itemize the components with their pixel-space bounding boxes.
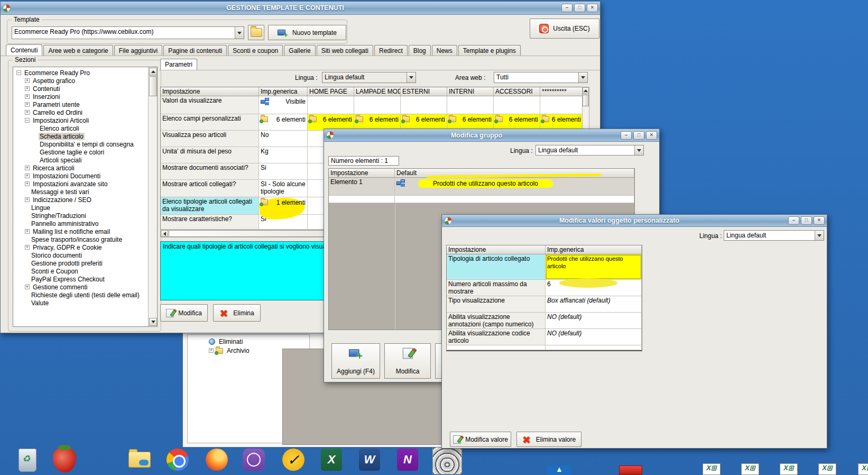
tree-item[interactable]: Valute xyxy=(14,299,147,307)
maximize-icon[interactable] xyxy=(574,4,585,12)
valori-row-value[interactable]: Box affiancati (default) xyxy=(546,296,642,312)
tree-item[interactable]: PayPal Express Checkout xyxy=(14,275,147,283)
tree-item[interactable]: Articoli speciali xyxy=(14,156,147,164)
expand-plus-icon[interactable]: + xyxy=(25,173,30,178)
grid-cell[interactable]: 6 elementi xyxy=(354,114,401,130)
new-template-button[interactable]: Nuovo template xyxy=(268,25,346,40)
tree-item[interactable]: +Aspetto grafico xyxy=(14,77,147,85)
expand-plus-icon[interactable]: + xyxy=(25,229,30,234)
desktop-icon-excel-file[interactable] xyxy=(696,463,727,475)
area-web-select[interactable]: Tutti xyxy=(494,72,588,83)
grid-cell[interactable]: 6 elementi xyxy=(494,114,540,130)
chevron-down-icon[interactable] xyxy=(407,72,415,83)
desktop-icon-firefox[interactable] xyxy=(201,449,233,475)
valori-row[interactable]: Abilita visualizzazione annotazioni (cam… xyxy=(447,313,642,329)
grid-column-header[interactable]: ESTERNI xyxy=(401,87,447,96)
grid-row-generic-value[interactable]: SI - Solo alcune tipologie xyxy=(259,180,308,197)
grid-column-header[interactable]: ACCESSORI xyxy=(494,87,540,96)
collapse-minus-icon[interactable]: − xyxy=(25,118,30,123)
tab-aree-web-e-categorie[interactable]: Aree web e categorie xyxy=(43,45,113,56)
gruppo-titlebar[interactable]: Modifica gruppo xyxy=(324,129,659,142)
tree-item[interactable]: +Ricerca articoli xyxy=(14,164,147,172)
grid-column-header[interactable]: HOME PAGE xyxy=(308,87,354,96)
expand-plus-icon[interactable]: + xyxy=(25,86,30,91)
grid-column-header[interactable]: INTERNI xyxy=(447,87,494,96)
tree-item[interactable]: +Privacy, GDPR e Cookie xyxy=(14,243,147,251)
tree-scrollbar[interactable] xyxy=(148,67,157,326)
tab-blog[interactable]: Blog xyxy=(409,45,431,56)
scroll-down-icon[interactable] xyxy=(149,318,157,326)
tree-item[interactable]: +Mailing list e notifiche email xyxy=(14,227,147,235)
close-icon[interactable] xyxy=(814,216,825,225)
tree-item[interactable]: Elenco articoli xyxy=(14,124,147,132)
tab-template-e-plugins[interactable]: Template e plugins xyxy=(458,45,521,56)
desktop-icon-chrome[interactable] xyxy=(162,449,193,475)
tree-item[interactable]: +Contenuti xyxy=(14,85,147,93)
grid-row-generic-value[interactable]: Si xyxy=(259,163,308,179)
grid-column-header[interactable]: Imp.generica xyxy=(259,87,308,96)
grid-cell[interactable]: 6 elementi xyxy=(308,114,354,130)
lingua-select[interactable]: Lingua default xyxy=(535,145,644,156)
grid-vscroll-thumb[interactable] xyxy=(583,95,589,106)
minimize-icon[interactable] xyxy=(788,216,799,225)
elimina-button[interactable]: Elimina xyxy=(213,304,261,322)
gruppo-row-value[interactable]: Prodotti che utilizzano questo articolo xyxy=(395,178,634,195)
grid-column-header[interactable]: ********** xyxy=(540,87,583,96)
grid-cell[interactable] xyxy=(401,96,447,114)
modifica-button[interactable]: Modifica xyxy=(160,304,208,322)
desktop-icon-cloud-folder[interactable] xyxy=(124,447,155,475)
expand-plus-icon[interactable]: + xyxy=(25,94,30,99)
grid-row[interactable]: Valori da visualizzareVisibile xyxy=(161,96,582,114)
lingua-select[interactable]: Lingua default xyxy=(724,230,824,241)
collapse-minus-icon[interactable]: − xyxy=(16,70,21,75)
grid-cell[interactable] xyxy=(308,96,354,114)
modifica-valore-button[interactable]: Modifica valore xyxy=(450,432,511,447)
maximize-icon[interactable] xyxy=(633,131,644,140)
grid-cell[interactable] xyxy=(494,96,540,114)
expand-plus-icon[interactable]: + xyxy=(25,102,30,107)
expand-plus-icon[interactable]: + xyxy=(25,285,30,289)
tree-item[interactable]: Stringhe/Traduzioni xyxy=(14,212,147,220)
valori-titlebar[interactable]: Modifica valori oggetto personalizzato xyxy=(442,215,827,227)
desktop-icon-word[interactable] xyxy=(354,449,385,475)
tree-item[interactable]: Disponibilita' e tempi di consegna xyxy=(14,140,147,148)
modifica-gruppo-button[interactable]: Modifica xyxy=(384,343,431,379)
tree-item[interactable]: −Impostazioni Articoli xyxy=(14,116,147,124)
aggiungi-button[interactable]: Aggiungi (F4) xyxy=(331,343,380,379)
chevron-down-icon[interactable] xyxy=(235,27,244,39)
tab-redirect[interactable]: Redirect xyxy=(374,45,408,56)
tab-pagine-di-contenuti[interactable]: Pagine di contenuti xyxy=(163,45,227,56)
desktop-icon-red-tool[interactable] xyxy=(615,465,647,475)
valori-row[interactable]: Abilita visualizzazione codice articoloN… xyxy=(447,329,642,345)
gruppo-empty-row[interactable] xyxy=(329,196,634,203)
grid-cell[interactable] xyxy=(447,96,494,114)
grid-cell[interactable] xyxy=(354,96,401,114)
desktop-icon-norton[interactable] xyxy=(278,449,309,475)
desktop-icon-excel-file[interactable] xyxy=(811,463,843,475)
grid-cell[interactable]: 6 elementi xyxy=(540,114,583,130)
tree-item[interactable]: Gestione taglie e colori xyxy=(14,148,147,156)
minimize-icon[interactable] xyxy=(561,4,572,12)
close-icon[interactable] xyxy=(646,131,657,140)
exit-button[interactable]: Uscita (ESC) xyxy=(530,19,599,39)
desktop-icon-blue-star[interactable] xyxy=(543,465,575,475)
grid-row-generic-value[interactable]: 6 elementi xyxy=(259,114,308,130)
tree-item[interactable]: +Impostazioni avanzate sito xyxy=(14,180,147,188)
grid-column-header[interactable]: Impostazione xyxy=(161,87,259,96)
tree-item[interactable]: Pannello amministrativo xyxy=(14,220,147,227)
expand-plus-icon[interactable]: + xyxy=(25,245,30,250)
tree-item[interactable]: +Indicizzazione / SEO xyxy=(14,196,147,204)
close-icon[interactable] xyxy=(587,4,598,12)
grid-row-generic-value[interactable]: Visibile xyxy=(259,96,308,114)
tab-news[interactable]: News xyxy=(432,45,457,56)
tree-scroll-thumb[interactable] xyxy=(149,76,157,96)
expand-plus-icon[interactable]: + xyxy=(25,166,30,170)
valori-row-value[interactable]: Prodotti che utilizzano questo articolo xyxy=(546,254,642,279)
desktop-icon-excel-file[interactable] xyxy=(773,463,805,475)
chevron-down-icon[interactable] xyxy=(815,231,824,240)
desktop-icon-onenote[interactable] xyxy=(392,449,423,475)
maximize-icon[interactable] xyxy=(801,216,812,225)
tree-item[interactable]: +Inserzioni xyxy=(14,93,147,101)
tree-item[interactable]: Lingue xyxy=(14,204,147,212)
grid-cell[interactable] xyxy=(540,96,583,114)
